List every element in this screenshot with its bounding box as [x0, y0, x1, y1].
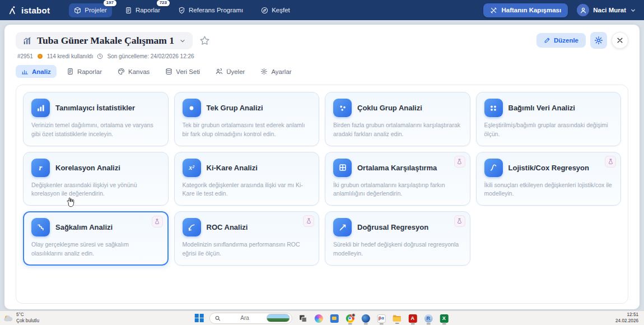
- close-icon: [617, 37, 623, 44]
- nav-badge: 723: [157, 0, 170, 6]
- r-letter-icon: r: [31, 159, 50, 177]
- beta-flask-badge: [454, 215, 465, 227]
- user-menu[interactable]: Naci Murat: [577, 4, 636, 16]
- sigmoid-icon: [484, 159, 503, 177]
- running-indicator: [301, 323, 305, 324]
- excel-taskbar-button[interactable]: X: [438, 312, 449, 324]
- card-title: Ki-Kare Analizi: [207, 164, 258, 172]
- flask-icon: [456, 218, 463, 224]
- analysis-card-çoklu-grup-analizi[interactable]: Çoklu Grup Analizi Birden fazla grubun o…: [325, 92, 470, 146]
- tab--yeler[interactable]: Üyeler: [210, 65, 250, 78]
- weather-widget[interactable]: 5°C Çok bulutlu: [3, 312, 39, 324]
- analysis-card-tek-grup-analizi[interactable]: Tek Grup Analizi Tek bir grubun ortalama…: [174, 92, 320, 146]
- r-project-taskbar-button[interactable]: R: [423, 312, 433, 324]
- favorite-star-icon[interactable]: [198, 34, 211, 47]
- weather-icon: [3, 314, 13, 322]
- project-header: Tuba Güner Makale Çalışmam 1 #2951 114 k…: [4, 25, 640, 59]
- copilot-taskbar-button[interactable]: [313, 312, 324, 324]
- beta-flask-badge: [152, 216, 163, 227]
- analysis-card-roc-analizi[interactable]: ROC Analizi Modelinizin sınıflandırma pe…: [174, 211, 320, 266]
- nav-item-ke-fet[interactable]: Keşfet: [256, 3, 295, 17]
- beta-flask-badge: [605, 156, 616, 168]
- nav-item-raporlar[interactable]: Raporlar723: [120, 3, 165, 17]
- istabot-logo[interactable]: istabot: [8, 6, 50, 15]
- last-update: Son güncelleme: 24/02/2026 12:26: [107, 53, 194, 59]
- tab-label: Raporlar: [77, 68, 102, 75]
- analysis-card-korelasyon-analizi[interactable]: r Korelasyon Analizi Değişkenler arasınd…: [23, 152, 169, 206]
- chart-icon: [21, 68, 29, 75]
- task-view-icon: [298, 314, 307, 323]
- project-chart-icon: [22, 36, 32, 45]
- settings-button[interactable]: [590, 32, 607, 49]
- project-title: Tuba Güner Makale Çalışmam 1: [37, 35, 174, 47]
- nav-item-referans-program-[interactable]: Referans Programı: [173, 3, 248, 17]
- nav-item-projeler[interactable]: Projeler197: [69, 3, 112, 17]
- analysis-cards-grid: Tanımlayıcı İstatistikler Verinizin teme…: [23, 92, 621, 266]
- project-id: #2951: [17, 53, 33, 59]
- credits-used: 114 kredi kullanıldı: [47, 53, 94, 59]
- credit-coin-icon: [37, 53, 43, 59]
- edit-button-label: Düzenle: [554, 37, 578, 44]
- card-description: Eşleştirilmiş/bağımlı gruplar arasındaki…: [484, 121, 613, 139]
- gear-icon: [260, 68, 268, 75]
- card-title: Bağımlı Veri Analizi: [508, 104, 575, 112]
- search-icon: [214, 315, 237, 321]
- taskbar-clock[interactable]: 12:51 24.02.2026: [615, 312, 641, 324]
- start-button[interactable]: [195, 314, 204, 323]
- analysis-card-sağkalım-analizi[interactable]: Sağkalım Analizi Olay gerçekleşme süresi…: [23, 211, 169, 266]
- nav-item-label: Projeler: [85, 7, 107, 13]
- tab-label: Analiz: [32, 68, 51, 75]
- analysis-card-bağımlı-veri-analizi[interactable]: Bağımlı Veri Analizi Eşleştirilmiş/bağım…: [476, 92, 622, 146]
- copilot-icon: [314, 314, 323, 323]
- edit-button[interactable]: Düzenle: [536, 33, 586, 48]
- analysis-card-tanımlayıcı-i-statistikler[interactable]: Tanımlayıcı İstatistikler Verinizin teme…: [23, 92, 169, 146]
- tab-raporlar[interactable]: Raporlar: [61, 65, 108, 78]
- tab-kanvas[interactable]: Kanvas: [112, 65, 155, 78]
- beta-flask-badge: [454, 156, 465, 168]
- analysis-card-lojistik-cox-regresyon[interactable]: Lojistik/Cox Regresyon İkili sonuçları e…: [476, 152, 622, 206]
- istabot-logo-icon: [8, 6, 17, 15]
- chrome-taskbar-button[interactable]: [344, 312, 355, 324]
- close-button[interactable]: [612, 32, 628, 49]
- tab-analiz[interactable]: Analiz: [16, 65, 57, 78]
- campaign-button[interactable]: Haftanın Kapışması: [483, 3, 568, 17]
- file-explorer-taskbar-button[interactable]: [391, 312, 402, 324]
- store-taskbar-button[interactable]: [329, 312, 339, 324]
- search-highlight-image: [266, 314, 290, 322]
- analysis-card-ki-kare-analizi[interactable]: x² Ki-Kare Analizi Kategorik değişkenler…: [174, 152, 320, 206]
- projects-icon: [74, 7, 81, 14]
- card-description: Tek bir grubun ortalamasını test ederek …: [183, 121, 311, 139]
- paired-dots-icon: [484, 99, 503, 117]
- card-description: Verinizin temel dağılımını, ortalama ve …: [31, 121, 160, 139]
- nav-item-label: Raporlar: [136, 7, 160, 13]
- card-title: ROC Analizi: [207, 223, 248, 231]
- tab-label: Veri Seti: [176, 68, 200, 75]
- analysis-card-doğrusal-regresyon[interactable]: Doğrusal Regresyon Sürekli bir hedef değ…: [325, 211, 470, 266]
- clock-icon: [97, 53, 103, 59]
- running-indicator: [410, 323, 414, 324]
- card-title: Korelasyon Analizi: [55, 164, 120, 172]
- tab-label: Üyeler: [226, 68, 245, 75]
- acrobat-taskbar-button[interactable]: A: [407, 312, 418, 324]
- card-title: Ortalama Karşılaştırma: [357, 164, 437, 172]
- running-indicator: [442, 323, 446, 324]
- running-indicator: [379, 323, 383, 324]
- flask-icon: [456, 159, 463, 165]
- task-view-taskbar-button[interactable]: [297, 312, 308, 324]
- topbar: istabot Projeler197 Raporlar723 Referans…: [0, 0, 644, 20]
- stats-app-taskbar-button[interactable]: βα: [376, 312, 386, 324]
- tab-ayarlar[interactable]: Ayarlar: [255, 65, 297, 78]
- project-title-dropdown[interactable]: Tuba Güner Makale Çalışmam 1: [16, 32, 193, 49]
- nav-item-label: Keşfet: [272, 7, 290, 13]
- nav-badge: 197: [104, 0, 116, 6]
- project-panel: Tuba Güner Makale Çalışmam 1 #2951 114 k…: [4, 25, 640, 309]
- search-box[interactable]: Ara: [209, 313, 292, 324]
- histogram-icon: [31, 99, 50, 117]
- analysis-card-ortalama-karşılaştırma[interactable]: Ortalama Karşılaştırma İki grubun ortala…: [325, 152, 470, 206]
- tab-veri-seti[interactable]: Veri Seti: [160, 65, 206, 78]
- km-curve-icon: [31, 218, 50, 236]
- blue-app-icon: [361, 314, 370, 323]
- referral-icon: [178, 7, 185, 14]
- taskbar-center: Ara βα A R X: [195, 311, 450, 325]
- blue-app-taskbar-button[interactable]: [360, 312, 371, 324]
